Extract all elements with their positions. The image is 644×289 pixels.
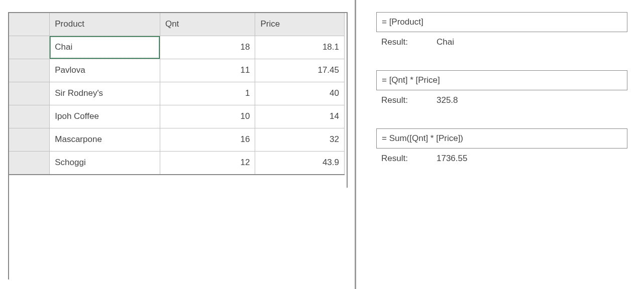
grid-scroll-edge: [345, 12, 348, 188]
table-row[interactable]: Chai 18 18.1: [9, 36, 345, 59]
cell-price[interactable]: 32: [255, 128, 345, 151]
table-row[interactable]: Mascarpone 16 32: [9, 128, 345, 151]
result-value-3: 1736.55: [437, 154, 628, 164]
column-header-product[interactable]: Product: [50, 13, 160, 36]
corner-header[interactable]: [9, 13, 50, 36]
formula-group-3: Result: 1736.55: [376, 128, 628, 164]
row-header[interactable]: [9, 128, 50, 151]
row-header[interactable]: [9, 151, 50, 174]
grid-empty-area: [8, 174, 345, 279]
result-value-2: 325.8: [437, 95, 628, 105]
column-header-qnt[interactable]: Qnt: [160, 13, 255, 36]
formula-group-1: Result: Chai: [376, 12, 628, 47]
cell-qnt[interactable]: 1: [160, 82, 255, 105]
grid-panel: Product Qnt Price Chai 18 18.1 Pavlova: [0, 0, 355, 289]
row-header[interactable]: [9, 59, 50, 82]
formula-panel: Result: Chai Result: 325.8 Result: 1736.…: [355, 0, 644, 289]
cell-price[interactable]: 18.1: [255, 36, 345, 59]
formula-input-1[interactable]: [376, 12, 627, 32]
formula-input-3[interactable]: [376, 128, 627, 149]
cell-product[interactable]: Chai: [50, 36, 160, 59]
cell-qnt[interactable]: 12: [160, 151, 255, 174]
cell-product[interactable]: Pavlova: [50, 59, 160, 82]
cell-qnt[interactable]: 10: [160, 105, 255, 128]
result-label-1: Result:: [381, 37, 437, 47]
cell-qnt[interactable]: 18: [160, 36, 255, 59]
data-grid[interactable]: Product Qnt Price Chai 18 18.1 Pavlova: [8, 12, 345, 175]
cell-product[interactable]: Schoggi: [50, 151, 160, 174]
cell-price[interactable]: 14: [255, 105, 345, 128]
cell-price[interactable]: 43.9: [255, 151, 345, 174]
result-label-3: Result:: [381, 154, 437, 164]
cell-qnt[interactable]: 16: [160, 128, 255, 151]
cell-product[interactable]: Ipoh Coffee: [50, 105, 160, 128]
row-header[interactable]: [9, 82, 50, 105]
row-header[interactable]: [9, 105, 50, 128]
cell-product[interactable]: Mascarpone: [50, 128, 160, 151]
table-row[interactable]: Schoggi 12 43.9: [9, 151, 345, 174]
cell-qnt[interactable]: 11: [160, 59, 255, 82]
cell-price[interactable]: 17.45: [255, 59, 345, 82]
formula-group-2: Result: 325.8: [376, 70, 628, 105]
cell-product[interactable]: Sir Rodney's: [50, 82, 160, 105]
cell-price[interactable]: 40: [255, 82, 345, 105]
formula-input-2[interactable]: [376, 70, 627, 90]
row-header[interactable]: [9, 36, 50, 59]
result-label-2: Result:: [381, 95, 437, 105]
table-row[interactable]: Sir Rodney's 1 40: [9, 82, 345, 105]
table-row[interactable]: Ipoh Coffee 10 14: [9, 105, 345, 128]
column-header-price[interactable]: Price: [255, 13, 345, 36]
table-row[interactable]: Pavlova 11 17.45: [9, 59, 345, 82]
result-value-1: Chai: [437, 37, 628, 47]
